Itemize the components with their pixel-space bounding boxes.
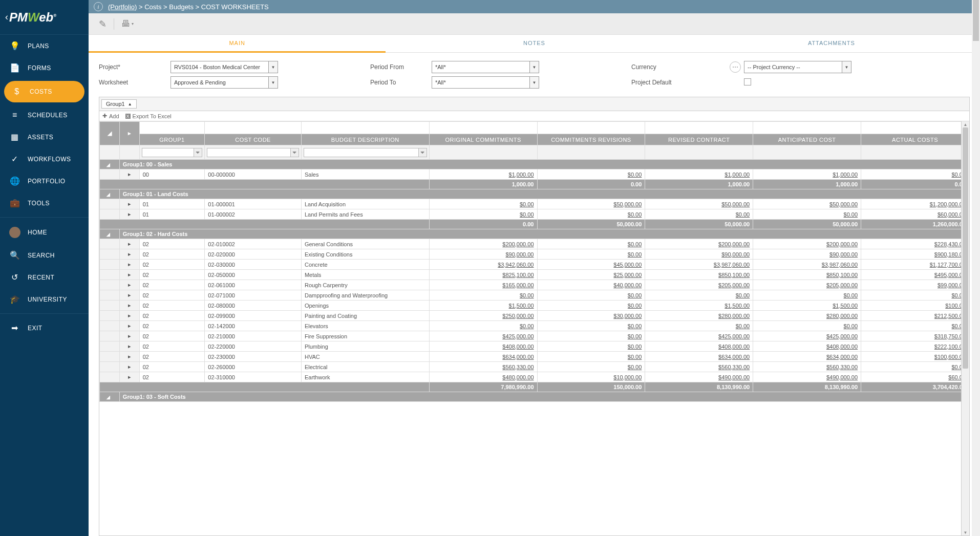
scrollbar-thumb[interactable] bbox=[963, 127, 968, 369]
sidebar-item-search[interactable]: 🔍SEARCH bbox=[0, 244, 89, 266]
expand-row-icon[interactable]: ▸ bbox=[119, 311, 139, 321]
group-header[interactable]: Group1: 00 - Sales bbox=[119, 160, 969, 169]
export-excel-button[interactable]: X Export To Excel bbox=[125, 113, 172, 119]
sidebar-item-home[interactable]: HOME bbox=[0, 221, 89, 244]
chevron-down-icon[interactable]: ▼ bbox=[268, 61, 278, 73]
cell-actual-cost[interactable]: $99,000.00 bbox=[861, 280, 969, 290]
tab-notes[interactable]: NOTES bbox=[386, 35, 683, 52]
sidebar-item-university[interactable]: 🎓UNIVERSITY bbox=[0, 288, 89, 310]
cell-cost-code[interactable]: 02-071000 bbox=[205, 290, 302, 301]
cell-actual-cost[interactable]: $0.00 bbox=[861, 290, 969, 301]
cell-budget-desc[interactable]: Sales bbox=[301, 169, 429, 180]
cell-rev-contract[interactable]: $90,000.00 bbox=[645, 249, 753, 260]
cell-orig-commit[interactable]: $425,000.00 bbox=[429, 331, 537, 341]
expand-row-icon[interactable]: ▸ bbox=[119, 270, 139, 280]
table-row[interactable]: ▸ 01 01-000001 Land Acquisition $0.00 $5… bbox=[100, 199, 969, 209]
cell-actual-cost[interactable]: $222,100.00 bbox=[861, 341, 969, 352]
cell-budget-desc[interactable]: Fire Suppression bbox=[301, 331, 429, 341]
cell-actual-cost[interactable]: $0.00 bbox=[861, 321, 969, 331]
cell-orig-commit[interactable]: $250,000.00 bbox=[429, 311, 537, 321]
cell-actual-cost[interactable]: $495,000.00 bbox=[861, 270, 969, 280]
cell-antic-cost[interactable]: $280,000.00 bbox=[753, 311, 861, 321]
cell-cost-code[interactable]: 02-050000 bbox=[205, 270, 302, 280]
cell-rev-contract[interactable]: $850,100.00 bbox=[645, 270, 753, 280]
collapse-icon[interactable]: ◢ bbox=[100, 189, 120, 199]
cell-group1[interactable]: 02 bbox=[139, 341, 205, 352]
cell-cost-code[interactable]: 01-000002 bbox=[205, 209, 302, 220]
cell-cost-code[interactable]: 00-000000 bbox=[205, 169, 302, 180]
sidebar-item-assets[interactable]: ▦ASSETS bbox=[0, 126, 89, 148]
expand-row-icon[interactable]: ▸ bbox=[119, 352, 139, 362]
cell-commit-rev[interactable]: $30,000.00 bbox=[537, 311, 645, 321]
cell-actual-cost[interactable]: $60.00 bbox=[861, 372, 969, 382]
cell-actual-cost[interactable]: $0.00 bbox=[861, 169, 969, 180]
cell-budget-desc[interactable]: General Conditions bbox=[301, 239, 429, 249]
cell-orig-commit[interactable]: $0.00 bbox=[429, 321, 537, 331]
cell-orig-commit[interactable]: $1,500.00 bbox=[429, 301, 537, 311]
cell-cost-code[interactable]: 02-061000 bbox=[205, 280, 302, 290]
cell-budget-desc[interactable]: Electrical bbox=[301, 362, 429, 372]
cell-actual-cost[interactable]: $100.00 bbox=[861, 301, 969, 311]
expand-row-icon[interactable]: ▸ bbox=[119, 199, 139, 209]
cell-group1[interactable]: 02 bbox=[139, 260, 205, 270]
cell-budget-desc[interactable]: Elevators bbox=[301, 321, 429, 331]
table-row[interactable]: ▸ 02 02-050000 Metals $825,100.00 $25,00… bbox=[100, 270, 969, 280]
cell-orig-commit[interactable]: $1,000.00 bbox=[429, 169, 537, 180]
cell-cost-code[interactable]: 02-030000 bbox=[205, 260, 302, 270]
cell-group1[interactable]: 02 bbox=[139, 249, 205, 260]
table-row[interactable]: ▸ 02 02-310000 Earthwork $480,000.00 $10… bbox=[100, 372, 969, 382]
group-pill[interactable]: Group1 ▲ bbox=[101, 99, 137, 109]
cell-budget-desc[interactable]: Plumbing bbox=[301, 341, 429, 352]
chevron-down-icon[interactable]: ▼ bbox=[529, 61, 539, 73]
cell-budget-desc[interactable]: Earthwork bbox=[301, 372, 429, 382]
cell-budget-desc[interactable]: Dampproofing and Waterproofing bbox=[301, 290, 429, 301]
cell-actual-cost[interactable]: $228,430.00 bbox=[861, 239, 969, 249]
cell-commit-rev[interactable]: $0.00 bbox=[537, 331, 645, 341]
logo[interactable]: ‹ PMWeb® bbox=[0, 0, 89, 35]
cell-budget-desc[interactable]: Openings bbox=[301, 301, 429, 311]
cell-cost-code[interactable]: 02-220000 bbox=[205, 341, 302, 352]
cell-cost-code[interactable]: 02-020000 bbox=[205, 249, 302, 260]
cell-orig-commit[interactable]: $560,330.00 bbox=[429, 362, 537, 372]
collapse-icon[interactable]: ◢ bbox=[100, 392, 120, 402]
sidebar-item-portfolio[interactable]: 🌐PORTFOLIO bbox=[0, 170, 89, 192]
cell-cost-code[interactable]: 02-099000 bbox=[205, 311, 302, 321]
col-commit-rev[interactable]: COMMITMENTS REVISIONS bbox=[537, 134, 645, 145]
cell-group1[interactable]: 02 bbox=[139, 352, 205, 362]
cell-antic-cost[interactable]: $560,330.00 bbox=[753, 362, 861, 372]
expand-row-icon[interactable]: ▸ bbox=[119, 239, 139, 249]
expand-row-icon[interactable]: ▸ bbox=[119, 280, 139, 290]
table-row[interactable]: ▸ 02 02-080000 Openings $1,500.00 $0.00 … bbox=[100, 301, 969, 311]
cell-orig-commit[interactable]: $0.00 bbox=[429, 290, 537, 301]
cell-actual-cost[interactable]: $318,750.00 bbox=[861, 331, 969, 341]
project-default-checkbox[interactable] bbox=[744, 78, 751, 85]
cell-orig-commit[interactable]: $408,000.00 bbox=[429, 341, 537, 352]
sidebar-item-tools[interactable]: 💼TOOLS bbox=[0, 192, 89, 214]
filter-icon[interactable]: ⏷ bbox=[194, 148, 202, 157]
cell-commit-rev[interactable]: $10,000.00 bbox=[537, 372, 645, 382]
cell-rev-contract[interactable]: $3,987,060.00 bbox=[645, 260, 753, 270]
breadcrumb-portfolio[interactable]: (Portfolio) bbox=[108, 3, 137, 11]
cell-budget-desc[interactable]: Rough Carpentry bbox=[301, 280, 429, 290]
cell-commit-rev[interactable]: $50,000.00 bbox=[537, 199, 645, 209]
cell-antic-cost[interactable]: $1,000.00 bbox=[753, 169, 861, 180]
cell-commit-rev[interactable]: $0.00 bbox=[537, 301, 645, 311]
sidebar-item-exit[interactable]: ➡EXIT bbox=[0, 317, 89, 339]
cell-orig-commit[interactable]: $0.00 bbox=[429, 199, 537, 209]
cell-group1[interactable]: 02 bbox=[139, 280, 205, 290]
cell-antic-cost[interactable]: $408,000.00 bbox=[753, 341, 861, 352]
cell-antic-cost[interactable]: $634,000.00 bbox=[753, 352, 861, 362]
cell-cost-code[interactable]: 02-010002 bbox=[205, 239, 302, 249]
cell-budget-desc[interactable]: Land Permits and Fees bbox=[301, 209, 429, 220]
cell-orig-commit[interactable]: $3,942,060.00 bbox=[429, 260, 537, 270]
collapse-icon[interactable]: ◢ bbox=[100, 160, 120, 169]
expand-row-icon[interactable]: ▸ bbox=[119, 260, 139, 270]
cell-actual-cost[interactable]: $100,600.00 bbox=[861, 352, 969, 362]
cell-commit-rev[interactable]: $40,000.00 bbox=[537, 280, 645, 290]
filter-group1[interactable]: ⏷ bbox=[142, 148, 203, 157]
col-orig-commit[interactable]: ORIGINAL COMMITMENTS bbox=[429, 134, 537, 145]
expand-row-icon[interactable]: ▸ bbox=[119, 169, 139, 180]
cell-group1[interactable]: 02 bbox=[139, 270, 205, 280]
cell-budget-desc[interactable]: HVAC bbox=[301, 352, 429, 362]
expand-row-icon[interactable]: ▸ bbox=[119, 362, 139, 372]
